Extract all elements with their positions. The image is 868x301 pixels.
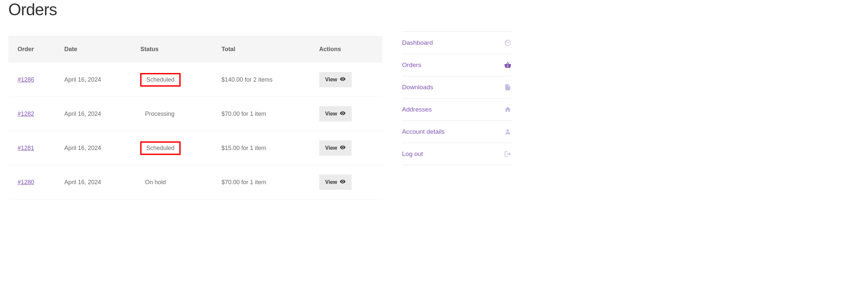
- sidebar-item-orders[interactable]: Orders: [402, 54, 512, 76]
- sidebar-item-label: Log out: [402, 150, 423, 158]
- dashboard-icon: [504, 39, 512, 47]
- sidebar-item-label: Downloads: [402, 84, 433, 91]
- sidebar-item-downloads[interactable]: Downloads: [402, 76, 512, 98]
- view-button-label: View: [325, 145, 337, 151]
- sidebar-item-label: Addresses: [402, 106, 432, 113]
- sidebar-item-label: Account details: [402, 128, 445, 135]
- order-link[interactable]: #1282: [18, 110, 34, 117]
- view-button-label: View: [325, 111, 337, 117]
- table-row: #1280April 16, 2024On hold$70.00 for 1 i…: [8, 165, 382, 199]
- sidebar-item-log-out[interactable]: Log out: [402, 143, 512, 165]
- order-date: April 16, 2024: [58, 165, 134, 199]
- table-row: #1282April 16, 2024Processing$70.00 for …: [8, 97, 382, 131]
- account-nav-sidebar: DashboardOrdersDownloadsAddressesAccount…: [402, 0, 512, 165]
- order-link[interactable]: #1286: [18, 76, 34, 83]
- order-date: April 16, 2024: [58, 63, 134, 97]
- order-link[interactable]: #1281: [18, 145, 34, 151]
- th-date: Date: [58, 36, 134, 63]
- view-button[interactable]: View: [319, 106, 352, 121]
- status-badge: On hold: [140, 177, 170, 188]
- eye-icon: [340, 144, 346, 152]
- th-order: Order: [8, 36, 58, 63]
- th-actions: Actions: [313, 36, 382, 63]
- status-badge: Scheduled: [140, 141, 180, 155]
- status-badge: Scheduled: [140, 73, 180, 87]
- view-button-label: View: [325, 179, 337, 185]
- sidebar-item-label: Orders: [402, 61, 421, 69]
- order-total: $70.00 for 1 item: [215, 97, 313, 131]
- page-title: Orders: [8, 0, 382, 19]
- orders-table: Order Date Status Total Actions #1286Apr…: [8, 36, 382, 199]
- order-link[interactable]: #1280: [18, 179, 34, 186]
- view-button[interactable]: View: [319, 140, 352, 156]
- logout-icon: [504, 150, 512, 158]
- sidebar-item-account-details[interactable]: Account details: [402, 120, 512, 143]
- order-date: April 16, 2024: [58, 97, 134, 131]
- view-button[interactable]: View: [319, 174, 352, 190]
- order-date: April 16, 2024: [58, 131, 134, 165]
- view-button-label: View: [325, 77, 337, 83]
- eye-icon: [340, 179, 346, 186]
- basket-icon: [504, 61, 512, 69]
- th-status: Status: [133, 36, 215, 63]
- home-icon: [504, 106, 512, 113]
- order-total: $15.00 for 1 item: [215, 131, 313, 165]
- th-total: Total: [215, 36, 313, 63]
- eye-icon: [340, 110, 346, 117]
- user-icon: [504, 128, 512, 135]
- order-total: $70.00 for 1 item: [215, 165, 313, 199]
- order-total: $140.00 for 2 items: [215, 63, 313, 97]
- sidebar-item-label: Dashboard: [402, 39, 433, 47]
- eye-icon: [340, 76, 346, 83]
- sidebar-item-addresses[interactable]: Addresses: [402, 98, 512, 120]
- table-row: #1281April 16, 2024Scheduled$15.00 for 1…: [8, 131, 382, 165]
- view-button[interactable]: View: [319, 72, 352, 87]
- file-icon: [504, 84, 512, 91]
- sidebar-item-dashboard[interactable]: Dashboard: [402, 31, 512, 54]
- table-row: #1286April 16, 2024Scheduled$140.00 for …: [8, 63, 382, 97]
- status-badge: Processing: [140, 109, 179, 119]
